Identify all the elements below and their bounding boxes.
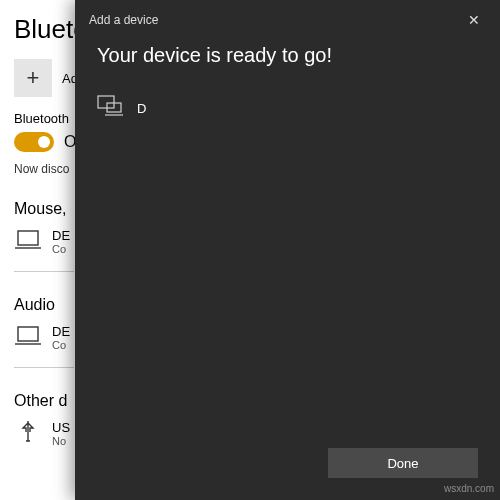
separator (14, 367, 74, 368)
watermark: wsxdn.com (444, 483, 494, 494)
device-name: DE (52, 228, 70, 243)
svg-rect-0 (18, 231, 38, 245)
device-name: DE (52, 324, 70, 339)
usb-icon (14, 420, 42, 444)
device-sub: No (52, 435, 70, 447)
svg-rect-2 (98, 96, 114, 108)
separator (14, 271, 74, 272)
ready-message: Your device is ready to go! (97, 44, 478, 67)
done-button[interactable]: Done (328, 448, 478, 478)
dialog-title: Add a device (89, 13, 158, 27)
paired-device-label: D (137, 101, 146, 116)
device-sub: Co (52, 339, 70, 351)
laptop-icon (14, 228, 42, 252)
close-icon[interactable]: ✕ (454, 6, 494, 34)
device-sub: Co (52, 243, 70, 255)
laptop-icon (14, 324, 42, 348)
monitor-laptop-icon (97, 95, 123, 121)
svg-rect-1 (18, 327, 38, 341)
bluetooth-toggle[interactable] (14, 132, 54, 152)
dialog-header: Add a device ✕ (75, 0, 500, 40)
add-device-dialog: Add a device ✕ Your device is ready to g… (75, 0, 500, 500)
plus-icon[interactable]: + (14, 59, 52, 97)
paired-device-item[interactable]: D (97, 95, 478, 121)
device-name: US (52, 420, 70, 435)
